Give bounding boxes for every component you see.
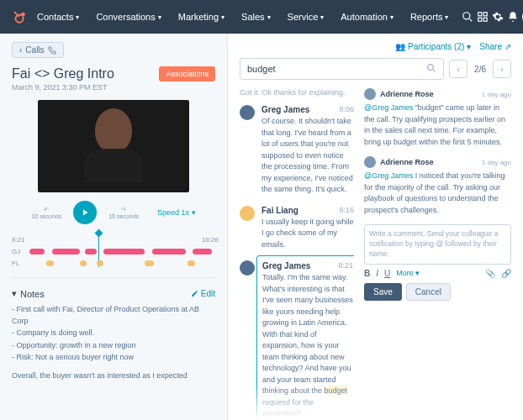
- svg-rect-3: [478, 13, 482, 16]
- edit-notes-button[interactable]: Edit: [191, 289, 215, 298]
- transcript-msg[interactable]: Greg James8:06Of course. It shouldn't ta…: [240, 105, 354, 196]
- gear-icon[interactable]: [492, 6, 504, 28]
- svg-rect-6: [484, 18, 488, 21]
- svg-point-2: [463, 13, 470, 19]
- nav-conversations[interactable]: Conversations▾: [89, 12, 167, 22]
- associations-button[interactable]: Associations: [159, 66, 215, 81]
- bell-icon[interactable]: [507, 6, 519, 28]
- nav-automation[interactable]: Automation▾: [334, 12, 400, 22]
- video-thumbnail[interactable]: [38, 100, 189, 192]
- comment[interactable]: Adrienne Rose1 day ago @Greg James I not…: [364, 156, 511, 216]
- speaker-gj: GJ: [12, 248, 25, 255]
- transcript-msg[interactable]: Fai Liang8:16I usually keep it going whi…: [240, 206, 354, 251]
- back-button[interactable]: ‹Calls: [12, 42, 64, 58]
- link-icon[interactable]: 🔗: [501, 269, 511, 278]
- svg-rect-5: [478, 18, 482, 21]
- comment-avatar: [364, 156, 376, 168]
- comment-avatar: [364, 88, 376, 100]
- participants-button[interactable]: 👥 Participants (2) ▾: [395, 42, 471, 51]
- avatar-greg: [240, 260, 255, 276]
- attach-icon[interactable]: 📎: [485, 269, 495, 278]
- marketplace-icon[interactable]: [477, 6, 489, 28]
- pager-next[interactable]: ›: [493, 60, 511, 78]
- nav-contacts[interactable]: Contacts▾: [30, 12, 86, 22]
- compose-toolbar: B I U More ▾ 📎 🔗: [364, 269, 511, 278]
- timeline[interactable]: 8:2118:26 GJ FL: [12, 236, 215, 267]
- pager-count: 2/6: [471, 65, 489, 74]
- notes-heading[interactable]: ▾Notes: [12, 288, 45, 299]
- search-box[interactable]: [240, 58, 444, 80]
- comment[interactable]: Adrienne Rose1 day ago @Greg James "budg…: [364, 88, 511, 148]
- search-input[interactable]: [247, 64, 426, 74]
- comments-sidebar: Adrienne Rose1 day ago @Greg James "budg…: [364, 88, 511, 420]
- comment-compose[interactable]: Write a comment. Send your colleague a n…: [364, 224, 511, 265]
- transcript: Got it. Ok thanks for explaining. Greg J…: [240, 88, 354, 420]
- left-panel: ‹Calls Fai <> Greg Intro March 9, 2021 3…: [0, 34, 227, 420]
- search-icon: [426, 63, 436, 75]
- notes-body: - First call with Fai, Director of Produ…: [12, 304, 215, 381]
- speed-button[interactable]: Speed 1x ▾: [157, 208, 196, 217]
- italic-button[interactable]: I: [376, 269, 378, 278]
- forward-button[interactable]: ↷10 seconds: [108, 207, 139, 219]
- nav-reports[interactable]: Reports▾: [404, 12, 456, 22]
- nav-sales[interactable]: Sales▾: [235, 12, 277, 22]
- pager-prev[interactable]: ‹: [449, 60, 468, 78]
- more-button[interactable]: More ▾: [396, 269, 420, 277]
- svg-point-7: [428, 65, 434, 71]
- nav-service[interactable]: Service▾: [281, 12, 331, 22]
- context-line: Got it. Ok thanks for explaining.: [240, 88, 354, 97]
- cancel-button[interactable]: Cancel: [406, 283, 451, 301]
- play-button[interactable]: [73, 201, 97, 224]
- center-panel: 👥 Participants (2) ▾ Share ⇗ ‹ 2/6 › Got…: [227, 34, 523, 420]
- bold-button[interactable]: B: [364, 269, 370, 278]
- share-button[interactable]: Share ⇗: [479, 42, 511, 51]
- underline-button[interactable]: U: [384, 269, 390, 278]
- search-icon[interactable]: [462, 6, 473, 28]
- svg-rect-4: [484, 13, 488, 16]
- rewind-button[interactable]: ↶10 seconds: [31, 207, 61, 219]
- save-button[interactable]: Save: [364, 283, 402, 301]
- speaker-fl: FL: [12, 260, 25, 267]
- avatar-greg: [240, 105, 255, 120]
- hubspot-logo[interactable]: [12, 8, 27, 25]
- call-date: March 9, 2021 3:30 PM EST: [12, 83, 114, 92]
- nav-marketing[interactable]: Marketing▾: [172, 12, 231, 22]
- pager: ‹ 2/6 ›: [449, 60, 511, 78]
- avatar-fai: [240, 206, 255, 221]
- call-title: Fai <> Greg Intro: [12, 66, 114, 81]
- top-nav: Contacts▾ Conversations▾ Marketing▾ Sale…: [0, 0, 523, 34]
